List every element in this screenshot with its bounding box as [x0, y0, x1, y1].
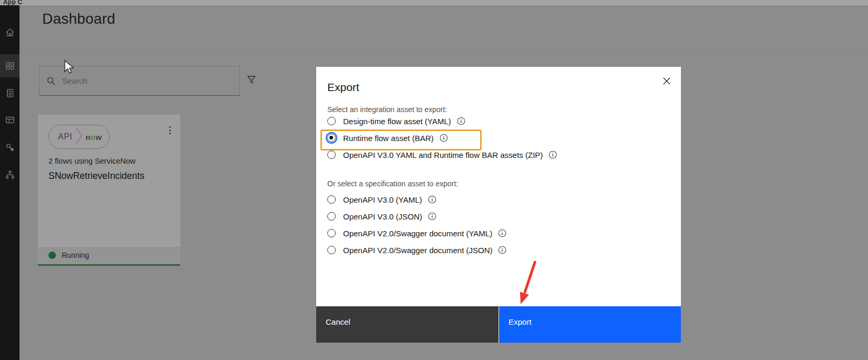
home-icon	[5, 27, 15, 38]
cancel-button[interactable]: Cancel	[316, 306, 499, 343]
radio-row-design-time: Design-time flow asset (YAML)	[327, 115, 465, 127]
info-icon[interactable]	[428, 195, 436, 204]
sidebar-item-dashboard[interactable]	[0, 54, 19, 77]
card-title: SNowRetrieveIncidents	[48, 171, 144, 182]
info-icon[interactable]	[457, 117, 465, 125]
radio-row-swagger-json: OpenAPI V2.0/Swagger document (JSON)	[327, 244, 506, 256]
radio-button[interactable]	[327, 195, 336, 204]
card-accent-bar	[38, 264, 180, 266]
api-key-icon	[5, 142, 15, 153]
radio-row-openapi3-json: OpenAPI V3.0 (JSON)	[327, 210, 436, 223]
radio-row-runtime-bar: Runtime flow asset (BAR)	[327, 132, 448, 144]
chevron-right-icon	[75, 127, 83, 147]
info-icon[interactable]	[549, 151, 557, 159]
app-title: App C	[3, 0, 22, 5]
sidebar	[0, 5, 19, 360]
radio-button[interactable]	[327, 246, 336, 254]
filter-button[interactable]	[242, 68, 260, 91]
app-header: App C	[0, 0, 868, 5]
radio-button[interactable]	[327, 117, 336, 125]
radio-button[interactable]	[327, 151, 336, 159]
status-dot-icon	[48, 252, 56, 259]
sidebar-item-home[interactable]	[0, 21, 19, 44]
status-badge: Running	[62, 251, 89, 259]
app-grid-icon	[5, 61, 15, 71]
export-modal: Export Select an integration asset to ex…	[316, 67, 681, 343]
info-icon[interactable]	[498, 246, 506, 254]
search-icon	[46, 76, 56, 86]
radio-row-swagger-yaml: OpenAPI V2.0/Swagger document (YAML)	[327, 227, 506, 239]
radio-row-openapi3-yaml: OpenAPI V3.0 (YAML)	[327, 193, 436, 206]
servicenow-logo-text: now	[85, 133, 102, 142]
sidebar-item-templates[interactable]	[0, 108, 19, 132]
dashboard-layout-icon	[5, 115, 15, 125]
radio-button-selected[interactable]	[327, 134, 336, 142]
api-now-logo: API now	[48, 125, 110, 149]
info-icon[interactable]	[498, 229, 506, 237]
sidebar-item-connections[interactable]	[0, 136, 19, 159]
annotation-arrow-icon	[514, 259, 541, 309]
integration-group-label: Select an integration asset to export:	[327, 105, 447, 114]
api-logo-text: API	[58, 132, 72, 142]
app-window: App C	[0, 0, 868, 360]
header-divider	[19, 51, 868, 52]
page-title: Dashboard	[42, 11, 115, 27]
flow-hierarchy-icon	[5, 169, 15, 180]
export-button[interactable]: Export	[499, 306, 681, 343]
catalog-icon	[5, 88, 15, 98]
card-footer: Running	[38, 246, 180, 264]
sidebar-item-integrations[interactable]	[0, 163, 19, 186]
search-placeholder: Search	[62, 76, 87, 85]
radio-button[interactable]	[327, 212, 336, 221]
radio-button[interactable]	[327, 229, 336, 237]
modal-title: Export	[327, 81, 359, 94]
overflow-menu-button[interactable]	[165, 124, 174, 136]
flow-card[interactable]: API now 2 flows using ServiceNow SNowRet…	[38, 115, 180, 266]
close-icon[interactable]	[661, 75, 672, 87]
card-subtitle: 2 flows using ServiceNow	[48, 157, 135, 165]
info-icon[interactable]	[428, 212, 436, 221]
search-input[interactable]: Search	[39, 66, 240, 96]
filter-funnel-icon	[247, 75, 256, 84]
info-icon[interactable]	[440, 134, 448, 142]
specification-group-label: Or select a specification asset to expor…	[327, 179, 458, 188]
sidebar-item-catalog[interactable]	[0, 82, 19, 105]
radio-row-yaml-bar-zip: OpenAPI V3.0 YAML and Runtime flow BAR a…	[327, 148, 557, 161]
